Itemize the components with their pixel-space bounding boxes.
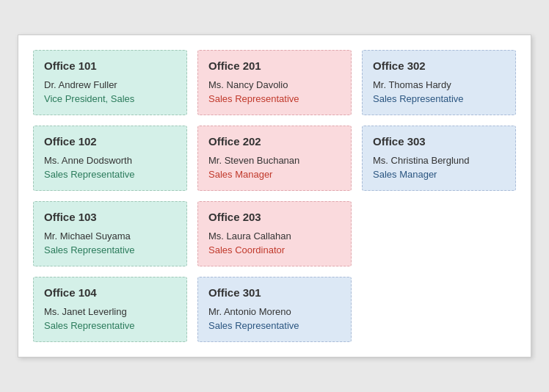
office-title-office-301: Office 301 bbox=[208, 286, 341, 299]
office-role-office-302: Sales Representative bbox=[373, 93, 505, 104]
office-person-office-301: Mr. Antonio Moreno bbox=[208, 306, 341, 317]
office-role-office-301: Sales Representative bbox=[208, 320, 341, 331]
office-301[interactable]: Office 301 Mr. Antonio Moreno Sales Repr… bbox=[197, 277, 352, 342]
office-title-office-102: Office 102 bbox=[44, 135, 176, 148]
office-person-office-201: Ms. Nancy Davolio bbox=[208, 79, 341, 90]
office-grid: Office 101 Dr. Andrew Fuller Vice Presid… bbox=[33, 50, 516, 342]
office-103[interactable]: Office 103 Mr. Michael Suyama Sales Repr… bbox=[33, 201, 187, 266]
office-person-office-104: Ms. Janet Leverling bbox=[44, 306, 176, 317]
office-102[interactable]: Office 102 Ms. Anne Dodsworth Sales Repr… bbox=[33, 126, 187, 191]
office-role-office-102: Sales Representative bbox=[44, 169, 176, 180]
office-title-office-202: Office 202 bbox=[208, 135, 341, 148]
office-title-office-302: Office 302 bbox=[373, 59, 505, 72]
office-title-office-101: Office 101 bbox=[44, 59, 176, 72]
office-role-office-101: Vice President, Sales bbox=[44, 93, 176, 104]
office-101[interactable]: Office 101 Dr. Andrew Fuller Vice Presid… bbox=[33, 50, 187, 115]
office-person-office-203: Ms. Laura Callahan bbox=[208, 231, 341, 242]
office-role-office-303: Sales Manager bbox=[373, 169, 505, 180]
office-104[interactable]: Office 104 Ms. Janet Leverling Sales Rep… bbox=[33, 277, 187, 342]
office-202[interactable]: Office 202 Mr. Steven Buchanan Sales Man… bbox=[197, 126, 352, 191]
office-person-office-303: Ms. Christina Berglund bbox=[373, 155, 505, 166]
office-title-office-201: Office 201 bbox=[208, 59, 341, 72]
office-role-office-104: Sales Representative bbox=[44, 320, 176, 331]
office-title-office-104: Office 104 bbox=[44, 286, 176, 299]
office-person-office-101: Dr. Andrew Fuller bbox=[44, 79, 176, 90]
office-title-office-103: Office 103 bbox=[44, 211, 176, 223]
office-title-office-203: Office 203 bbox=[208, 211, 341, 223]
office-302[interactable]: Office 302 Mr. Thomas Hardy Sales Repres… bbox=[362, 50, 516, 115]
office-person-office-103: Mr. Michael Suyama bbox=[44, 231, 176, 242]
office-role-office-201: Sales Representative bbox=[208, 93, 341, 104]
office-203[interactable]: Office 203 Ms. Laura Callahan Sales Coor… bbox=[197, 201, 352, 266]
office-role-office-202: Sales Manager bbox=[208, 169, 341, 180]
office-title-office-303: Office 303 bbox=[373, 135, 505, 148]
office-303[interactable]: Office 303 Ms. Christina Berglund Sales … bbox=[362, 126, 516, 191]
office-empty2[interactable] bbox=[362, 277, 516, 342]
office-role-office-203: Sales Coordinator bbox=[208, 244, 341, 255]
office-person-office-202: Mr. Steven Buchanan bbox=[208, 155, 341, 166]
page-container: Office 101 Dr. Andrew Fuller Vice Presid… bbox=[18, 35, 531, 357]
office-201[interactable]: Office 201 Ms. Nancy Davolio Sales Repre… bbox=[197, 50, 352, 115]
office-person-office-102: Ms. Anne Dodsworth bbox=[44, 155, 176, 166]
office-person-office-302: Mr. Thomas Hardy bbox=[373, 79, 505, 90]
office-role-office-103: Sales Representative bbox=[44, 244, 176, 255]
office-empty[interactable] bbox=[362, 201, 516, 266]
